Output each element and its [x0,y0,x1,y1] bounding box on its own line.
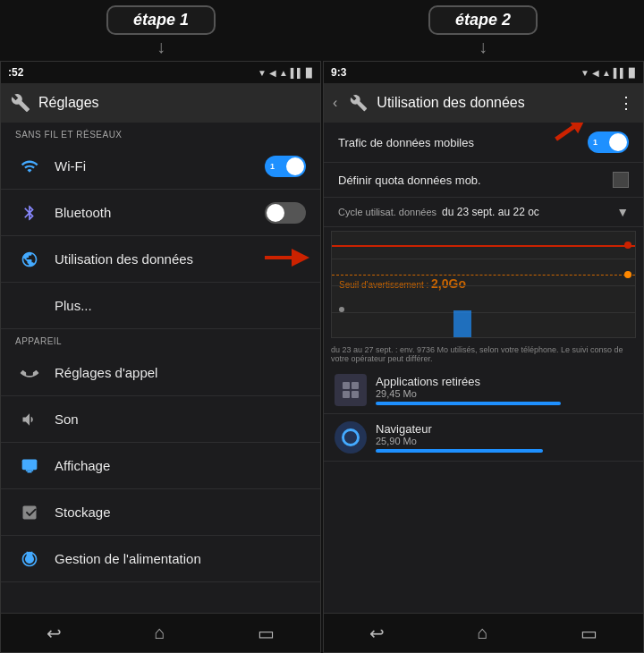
phone1-status-bar: :52 ▼ ◀ ▲ ▌▌ ▉ [1,62,320,83]
data-chart: Seuil d'avertissement : 2,0Go [331,231,636,338]
red-arrow-indicator [265,247,309,272]
phone2-app-bar: ‹ Utilisation des données ⋮ [324,83,643,123]
data-usage-item[interactable]: Utilisation des données [1,236,320,283]
step2-label: étape 2 ↓ [322,5,644,57]
section1-header: SANS FIL ET RÉSEAUX [1,123,320,143]
more-item[interactable]: Plus... [1,283,320,329]
step2-bubble: étape 2 [428,5,538,35]
svg-rect-8 [352,382,359,389]
dropdown-icon[interactable]: ▼ [616,205,629,219]
more-label: Plus... [55,298,306,313]
power-label: Gestion de l'alimentation [55,551,306,566]
mobile-data-toggle[interactable]: 1 [588,131,629,153]
mobile-data-row[interactable]: Trafic de données mobiles 1 [324,123,643,163]
step1-arrow: ↓ [157,37,165,57]
cycle-label: Cycle utilisat. données [338,207,436,217]
phone2: 9:3 ▼ ◀ ▲ ▌▌ ▉ ‹ Utilisation des données [323,61,644,653]
warning-line [332,275,635,276]
wifi-toggle-switch[interactable]: 1 [265,156,306,177]
app2-name: Navigateur [376,422,632,436]
svg-rect-1 [22,459,38,470]
wrench2-icon [348,92,369,114]
phone2-content: Trafic de données mobiles 1 Définir quot… [324,123,643,613]
mobile-data-label: Trafic de données mobiles [338,136,588,149]
grid-line-2 [332,285,635,286]
phone2-recent-btn[interactable]: ▭ [563,615,615,651]
app1-usage-bar [376,402,561,405]
grid-line-1 [332,259,635,259]
phone1-title: Réglages [38,95,311,111]
back-chevron-icon[interactable]: ‹ [333,95,337,111]
wrench-icon [10,92,31,114]
bluetooth-item[interactable]: Bluetooth [1,190,320,236]
phone2-home-btn[interactable]: ⌂ [459,615,505,650]
svg-rect-7 [343,382,350,389]
battery-icon: ▉ [306,68,313,78]
globe-icon [15,250,44,268]
phone2-status-icons: ▼ ◀ ▲ ▌▌ ▉ [580,68,636,78]
svg-rect-10 [352,391,359,398]
app2-icon [335,421,367,454]
quota-row[interactable]: Définir quota données mob. [324,163,643,198]
phone1-home-btn[interactable]: ⌂ [136,615,182,650]
display-item[interactable]: Affichage [1,443,320,489]
phone2-bottom-nav: ↩ ⌂ ▭ [324,613,643,652]
bluetooth-toggle[interactable] [265,202,306,224]
red-dot [624,242,631,249]
more-vert-icon[interactable]: ⋮ [618,93,634,113]
sound-item[interactable]: Son [1,396,320,443]
bluetooth-toggle-switch[interactable] [265,202,306,224]
signal2-bars-icon: ▌▌ [614,68,626,78]
phone1-back-btn[interactable]: ↩ [29,615,80,651]
app1-icon [335,374,367,406]
signal-icon: ◀ [269,68,276,78]
warning-unit: Go [449,276,466,291]
app-item-1[interactable]: Applications retirées 29,45 Mo [324,367,643,414]
sound-label: Son [55,411,306,427]
warning-label: Seuil d'avertissement : 2,0Go [339,276,466,291]
svg-marker-0 [265,249,309,267]
wifi-item[interactable]: Wi-Fi 1 [1,143,320,190]
wifi-icon-status: ▲ [279,68,288,78]
step1-label: étape 1 ↓ [0,5,322,57]
app-item-2[interactable]: Navigateur 25,90 Mo [324,414,643,462]
phone1-status-icons: ▼ ◀ ▲ ▌▌ ▉ [258,68,313,78]
call-settings-item[interactable]: Réglages d'appel [1,350,320,396]
notification2-icon: ▼ [580,68,589,78]
gray-dot [339,307,344,312]
chart-note: du 23 au 27 sept. : env. 9736 Mo utilisé… [324,342,643,367]
svg-rect-3 [28,471,32,472]
storage-icon [15,504,44,522]
app2-size: 25,90 Mo [376,436,632,446]
wifi-toggle[interactable]: 1 [265,156,306,177]
storage-label: Stockage [55,505,306,520]
wifi-label: Wi-Fi [55,158,265,174]
phone2-back-btn[interactable]: ↩ [352,615,402,651]
wifi2-icon-status: ▲ [602,68,611,78]
signal2-icon: ◀ [592,68,599,78]
wifi-icon [15,157,44,175]
orange-dot [624,271,631,278]
battery2-icon: ▉ [629,68,636,78]
bluetooth-label: Bluetooth [55,205,265,220]
step1-bubble: étape 1 [106,5,216,35]
phone1-recent-btn[interactable]: ▭ [240,615,292,651]
signal-bars-icon: ▌▌ [291,68,303,78]
usage-bar [453,310,471,337]
notification-icon: ▼ [258,68,267,78]
storage-item[interactable]: Stockage [1,489,320,536]
phone2-title: Utilisation des données [377,95,604,111]
phone1: :52 ▼ ◀ ▲ ▌▌ ▉ Réglages [0,61,321,653]
red-limit-line [332,245,635,247]
quota-checkbox[interactable] [613,172,629,188]
call-icon [15,364,44,382]
power-item[interactable]: Gestion de l'alimentation [1,536,320,582]
section2-header: APPAREIL [1,329,320,350]
phone1-app-bar: Réglages [1,83,320,123]
display-icon [15,457,44,475]
grid-line-3 [332,312,635,313]
app1-info: Applications retirées 29,45 Mo [376,375,632,405]
bluetooth-icon [15,204,44,222]
sound-icon [15,411,44,428]
cycle-row[interactable]: Cycle utilisat. données du 23 sept. au 2… [324,198,643,227]
